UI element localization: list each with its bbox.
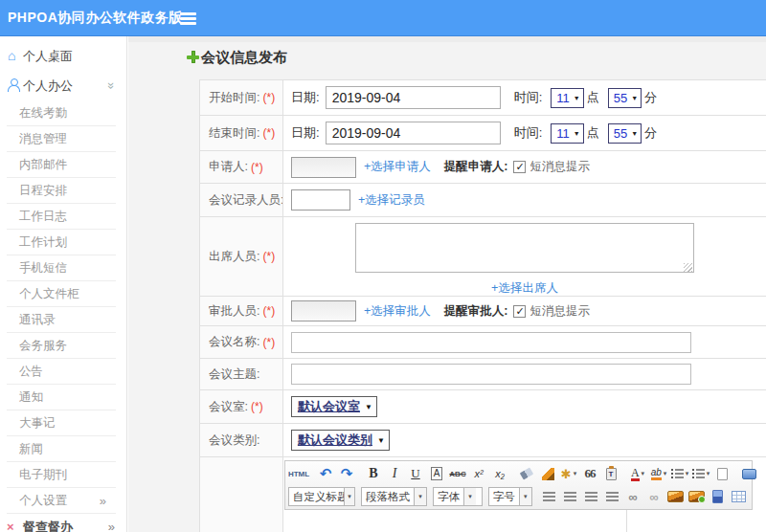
align-justify-button[interactable]: [602, 487, 621, 506]
font-size-dropdown[interactable]: 字号▾: [488, 487, 532, 506]
sms-label: 短消息提示: [529, 159, 590, 175]
remove-link-button[interactable]: ∞: [644, 487, 664, 506]
sidebar-item-work-log[interactable]: 工作日志: [7, 204, 116, 230]
end-minute-select[interactable]: 55 ▼: [608, 123, 642, 144]
align-right-button[interactable]: [581, 487, 600, 506]
sidebar-item-schedule[interactable]: 日程安排: [7, 178, 116, 204]
sidebar-item-announcement[interactable]: 公告: [7, 359, 116, 385]
sidebar-item-label: 督查督办: [23, 520, 73, 532]
recorder-input[interactable]: [291, 189, 350, 211]
eraser-button[interactable]: [517, 464, 536, 483]
screenshot-icon: [688, 491, 705, 502]
applicant-input[interactable]: [291, 157, 356, 178]
start-minute-select[interactable]: 55 ▼: [608, 88, 642, 108]
meeting-category-select[interactable]: 默认会议类别 ▼: [291, 430, 390, 451]
font-color-button[interactable]: A▾: [628, 464, 647, 483]
form-row-applicant: 申请人: (*) +选择申请人 提醒申请人: ✓ 短消息提示: [200, 151, 766, 184]
required-marker: (*): [262, 304, 275, 318]
field-label: 申请人:: [209, 159, 248, 175]
remind-approver-label: 提醒审批人:: [444, 303, 508, 320]
font-border-button[interactable]: A: [431, 467, 443, 480]
highlight-color-button[interactable]: ab▾: [649, 464, 668, 483]
blockquote-button[interactable]: 66: [580, 464, 599, 483]
fullscreen-button[interactable]: [739, 464, 758, 483]
sidebar-item-label: 个人桌面: [23, 49, 73, 63]
end-hour-select[interactable]: 11 ▼: [551, 123, 583, 144]
sidebar-item-sms[interactable]: 手机短信: [7, 255, 116, 281]
brush-icon: [542, 468, 554, 480]
unordered-list-button[interactable]: ▾: [691, 464, 710, 483]
hamburger-menu-icon[interactable]: [180, 12, 196, 25]
meeting-subject-input[interactable]: [291, 364, 691, 385]
caret-down-icon: ▼: [377, 436, 385, 445]
auto-typeset-button[interactable]: ✱▾: [559, 464, 578, 483]
hour-unit: 点: [587, 89, 599, 106]
custom-heading-dropdown[interactable]: 自定义标题▾: [288, 487, 355, 506]
align-center-button[interactable]: [560, 487, 579, 506]
sidebar-item-messages[interactable]: 消息管理: [7, 126, 116, 152]
sms-checkbox[interactable]: ✓: [513, 305, 526, 318]
sidebar-item-internal-mail[interactable]: 内部邮件: [7, 152, 116, 178]
sidebar-item-desktop[interactable]: ⌂ 个人桌面: [0, 41, 126, 71]
meeting-room-select[interactable]: 默认会议室 ▼: [291, 396, 377, 417]
sidebar-item-office[interactable]: 个人办公 »: [0, 71, 126, 100]
screenshot-button[interactable]: [687, 487, 706, 506]
form-row-recorder: 会议记录人员: (*) +选择记录员: [200, 184, 766, 217]
editor-content-area[interactable]: [284, 510, 627, 532]
chevron-right-icon: »: [100, 488, 106, 514]
font-family-dropdown[interactable]: 字体▾: [433, 487, 483, 506]
sidebar-item-personal-settings[interactable]: 个人设置 »: [7, 488, 116, 514]
sms-checkbox[interactable]: ✓: [513, 161, 526, 173]
source-code-button[interactable]: HTML: [289, 464, 308, 483]
choose-recorder-link[interactable]: +选择记录员: [358, 192, 425, 209]
form-row-end-time: 结束时间: (*) 日期: 时间: 11 ▼ 点 55 ▼ 分: [200, 116, 766, 151]
italic-button[interactable]: I: [385, 464, 404, 483]
strikethrough-button[interactable]: ABC: [448, 464, 467, 483]
ordered-list-button[interactable]: ▾: [670, 464, 689, 483]
form-row-meeting-name: 会议名称: (*): [200, 326, 766, 359]
insert-media-button[interactable]: [708, 487, 727, 506]
format-brush-button[interactable]: [538, 464, 557, 483]
caret-down-icon: ▼: [365, 403, 372, 411]
resize-handle[interactable]: [684, 263, 692, 272]
align-left-button[interactable]: [539, 487, 558, 506]
sidebar-item-file-cabinet[interactable]: 个人文件柜: [7, 281, 116, 307]
attendees-textarea[interactable]: [355, 223, 694, 273]
sidebar-item-attendance[interactable]: 在线考勤: [7, 100, 116, 126]
sidebar-item-events[interactable]: 大事记: [7, 410, 116, 436]
paste-button[interactable]: T: [601, 464, 620, 483]
sidebar-item-meeting-service[interactable]: 会务服务: [7, 333, 116, 359]
start-date-input[interactable]: [326, 86, 501, 109]
redo-button[interactable]: ↷: [337, 464, 356, 483]
start-hour-select[interactable]: 11 ▼: [551, 88, 583, 108]
meeting-name-input[interactable]: [291, 332, 691, 353]
plus-icon: [187, 51, 199, 63]
choose-approver-link[interactable]: +选择审批人: [364, 303, 431, 320]
editor-toolbar-row-1: HTML ↶ ↷ B I U A ABC x² x₂: [288, 462, 749, 485]
sidebar-item-supervision[interactable]: × 督查督办 »: [0, 514, 126, 532]
sidebar-item-contacts[interactable]: 通讯录: [7, 307, 116, 333]
paragraph-format-dropdown[interactable]: 段落格式▾: [361, 487, 427, 506]
bold-button[interactable]: B: [364, 464, 383, 483]
subscript-button[interactable]: x₂: [490, 464, 509, 483]
choose-attendees-link[interactable]: +选择出席人: [491, 280, 558, 296]
undo-button[interactable]: ↶: [316, 464, 335, 483]
end-date-input[interactable]: [326, 122, 501, 144]
underline-button[interactable]: U: [406, 464, 425, 483]
approver-input[interactable]: [291, 300, 356, 321]
new-page-button[interactable]: [712, 464, 732, 483]
sidebar-item-notice[interactable]: 通知: [7, 385, 116, 410]
required-marker: (*): [262, 250, 275, 263]
insert-link-button[interactable]: ∞: [623, 487, 642, 506]
form-row-attendees: 出席人员: (*) +选择出席人 提醒出席人员: ✓ 短消息提示: [200, 217, 766, 297]
insert-image-button[interactable]: [665, 487, 685, 506]
insert-table-button[interactable]: [729, 487, 748, 506]
field-label: 会议名称:: [209, 334, 259, 350]
sidebar-item-news[interactable]: 新闻: [7, 436, 116, 462]
editor-toolbar-row-2: 自定义标题▾ 段落格式▾ 字体▾ 字号▾ ∞ ∞: [288, 485, 749, 508]
choose-applicant-link[interactable]: +选择申请人: [364, 159, 431, 175]
sidebar-item-work-plan[interactable]: 工作计划: [7, 230, 116, 255]
sidebar-item-e-journal[interactable]: 电子期刊: [7, 462, 116, 488]
superscript-button[interactable]: x²: [469, 464, 488, 483]
eraser-icon: [520, 468, 533, 480]
